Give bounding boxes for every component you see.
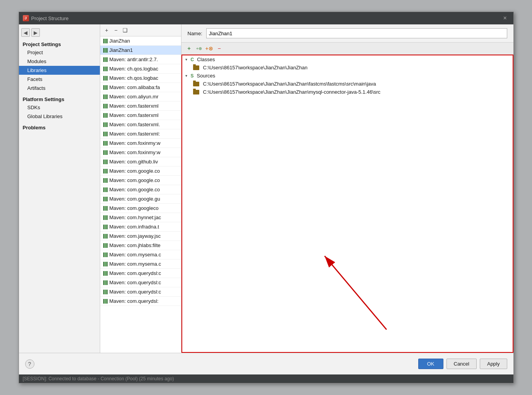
library-icon	[103, 76, 108, 81]
apply-button[interactable]: Apply	[480, 359, 507, 369]
list-item-label: Maven: com.mysema.c	[109, 261, 161, 267]
library-icon	[103, 122, 108, 127]
library-icon	[103, 85, 108, 90]
list-item[interactable]: Maven: ch.qos.logbac	[100, 64, 181, 74]
list-item[interactable]: Maven: com.google.co	[100, 167, 181, 176]
list-item-label: Maven: com.mysema.c	[109, 252, 161, 258]
library-icon	[103, 48, 108, 53]
remove-library-button[interactable]: −	[112, 26, 120, 34]
add-source-button[interactable]: +⊕	[195, 44, 204, 53]
list-item[interactable]: Maven: com.mysema.c	[100, 259, 181, 269]
list-item-label: Maven: com.querydsl:	[109, 298, 159, 304]
list-item-label: Maven: com.infradna.t	[109, 224, 159, 230]
nav-back-button[interactable]: ◀	[21, 28, 30, 37]
bottom-bar: ? OK Cancel Apply	[19, 353, 513, 374]
bottom-left: ?	[25, 359, 34, 369]
library-icon	[103, 290, 108, 294]
list-item-label: Maven: com.jayway.jsc	[109, 233, 161, 239]
close-button[interactable]: ×	[503, 15, 510, 21]
list-item[interactable]: JianZhan1	[100, 46, 181, 55]
list-item-label: Maven: com.google.co	[109, 177, 160, 183]
list-item-label: Maven: com.aliyun.mr	[109, 94, 159, 100]
library-icon	[103, 178, 108, 183]
tree-source-path-2[interactable]: C:\Users\86157\workspace\JianZhan\JianZh…	[182, 88, 513, 96]
list-item-label: Maven: com.querydsl:c	[109, 270, 161, 276]
sidebar-item-modules[interactable]: Modules	[19, 57, 100, 66]
tree-classes-path[interactable]: C:\Users\86157\workspace\JianZhan\JianZh…	[182, 64, 513, 72]
list-item[interactable]: Maven: com.querydsl:	[100, 297, 181, 306]
list-item-label: Maven: ch.qos.logbac	[109, 75, 158, 81]
name-input[interactable]	[206, 28, 507, 38]
list-item[interactable]: Maven: com.aliyun.mr	[100, 92, 181, 101]
sidebar-item-facets[interactable]: Facets	[19, 75, 100, 84]
name-label: Name:	[188, 31, 202, 36]
list-item-label: Maven: com.github.liv	[109, 159, 158, 165]
sidebar-item-project[interactable]: Project	[19, 48, 100, 57]
list-item[interactable]: Maven: com.google.gu	[100, 194, 181, 204]
library-icon	[103, 234, 108, 239]
title-bar-left: J Project Structure	[23, 15, 69, 21]
app-icon: J	[23, 15, 29, 21]
add-type-button[interactable]: +⊗	[205, 44, 214, 53]
remove-root-button[interactable]: −	[215, 44, 224, 53]
list-item[interactable]: Maven: com.fasterxml.	[100, 120, 181, 129]
list-item-label: Maven: com.fasterxml:	[109, 131, 160, 137]
platform-settings-label: Platform Settings	[19, 93, 100, 103]
list-item[interactable]: Maven: ch.qos.logbac	[100, 74, 181, 83]
library-icon	[103, 94, 108, 99]
list-item[interactable]: Maven: com.alibaba:fa	[100, 83, 181, 92]
sidebar-item-artifacts[interactable]: Artifacts	[19, 84, 100, 93]
list-item[interactable]: Maven: com.fasterxml	[100, 111, 181, 120]
library-icon	[103, 104, 108, 108]
sidebar-item-sdks[interactable]: SDKs	[19, 103, 100, 112]
list-item-label: Maven: com.foxinmy:w	[109, 149, 161, 155]
list-item[interactable]: Maven: com.googleco	[100, 204, 181, 213]
tree-source-path-1[interactable]: C:\Users\86157\workspace\JianZhan\JianZh…	[182, 80, 513, 88]
library-icon	[103, 141, 108, 146]
list-item[interactable]: JianZhan	[100, 36, 181, 46]
list-item[interactable]: Maven: com.hynnet:jac	[100, 213, 181, 222]
list-item-label: Maven: com.google.co	[109, 187, 160, 192]
list-item[interactable]: Maven: com.querydsl:c	[100, 287, 181, 297]
list-item[interactable]: Maven: com.google.co	[100, 176, 181, 185]
sidebar-item-libraries[interactable]: Libraries	[19, 66, 100, 75]
list-item[interactable]: Maven: com.infradna.t	[100, 222, 181, 232]
list-item[interactable]: Maven: com.querydsl:c	[100, 278, 181, 287]
sidebar-item-global-libs[interactable]: Global Libraries	[19, 112, 100, 121]
nav-forward-button[interactable]: ▶	[31, 28, 40, 37]
list-item-label: Maven: com.google.co	[109, 168, 160, 174]
classes-icon: C	[191, 57, 194, 62]
list-item[interactable]: Maven: com.fasterxml:	[100, 129, 181, 139]
folder-icon	[193, 82, 199, 86]
add-root-button[interactable]: +	[185, 44, 194, 53]
folder-icon	[193, 90, 199, 94]
tree-sources-node[interactable]: ▾ S Sources	[182, 72, 513, 80]
library-icon	[103, 132, 108, 136]
list-item[interactable]: Maven: antlr:antlr:2.7.	[100, 55, 181, 64]
library-list-panel: + − ❑ JianZhan JianZhan1	[100, 24, 181, 353]
list-item-label: Maven: com.fasterxml	[109, 112, 159, 118]
sidebar: ◀ ▶ Project Settings Project Modules Lib…	[19, 24, 100, 353]
ok-button[interactable]: OK	[418, 359, 443, 369]
list-item[interactable]: Maven: com.jayway.jsc	[100, 232, 181, 241]
list-item[interactable]: Maven: com.foxinmy:w	[100, 139, 181, 148]
tree-classes-node[interactable]: ▾ C Classes	[182, 55, 513, 64]
list-item[interactable]: Maven: com.jhlabs:filte	[100, 241, 181, 250]
list-item[interactable]: Maven: com.foxinmy:w	[100, 148, 181, 157]
list-item[interactable]: Maven: com.fasterxml	[100, 101, 181, 111]
copy-library-button[interactable]: ❑	[121, 26, 130, 34]
list-item[interactable]: Maven: com.mysema.c	[100, 250, 181, 259]
library-icon	[103, 57, 108, 62]
library-icon	[103, 225, 108, 229]
list-item[interactable]: Maven: com.google.co	[100, 185, 181, 194]
library-icon	[103, 39, 108, 43]
expand-classes-icon[interactable]: ▾	[185, 57, 189, 62]
cancel-button[interactable]: Cancel	[446, 359, 477, 369]
help-button[interactable]: ?	[25, 359, 34, 369]
list-item[interactable]: Maven: com.querydsl:c	[100, 269, 181, 278]
library-icon	[103, 160, 108, 164]
list-item[interactable]: Maven: com.github.liv	[100, 157, 181, 167]
add-library-button[interactable]: +	[103, 26, 111, 34]
library-list: JianZhan JianZhan1 Maven: antlr:antlr:2.…	[100, 36, 181, 353]
expand-sources-icon[interactable]: ▾	[185, 74, 189, 78]
